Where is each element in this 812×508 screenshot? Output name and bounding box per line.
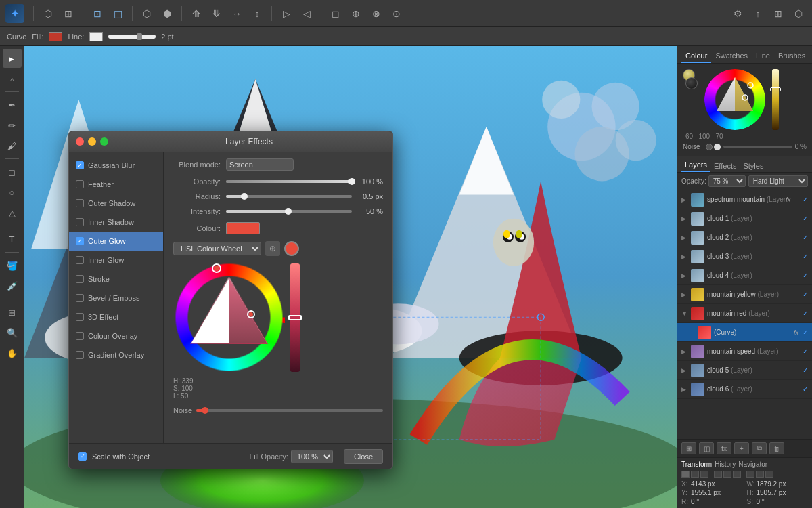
hsl-colour-wheel[interactable] <box>173 261 285 373</box>
effect-item-feather[interactable]: Feather <box>69 175 163 194</box>
layer-item-cloud-5[interactable]: ▶ cloud 5 (Layer) ✓ <box>677 361 812 380</box>
panel-noise-track[interactable] <box>723 146 792 148</box>
noise-slider-track[interactable] <box>196 409 383 412</box>
tab-layers[interactable]: Layers <box>681 158 710 172</box>
layer-check-cloud-3[interactable]: ✓ <box>803 253 808 260</box>
transform-anchor-tc[interactable] <box>691 471 699 478</box>
layer-item-spectrum-mountain[interactable]: ▶ spectrum mountain (Layerfx ✓ <box>677 190 812 209</box>
layer-expand-mountain-yellow[interactable]: ▶ <box>681 291 688 298</box>
transform-y-value[interactable]: 1555.1 px <box>691 489 721 496</box>
tab-styles[interactable]: Styles <box>740 160 767 172</box>
tool-triangle[interactable]: △ <box>3 203 22 222</box>
hsl-type-select[interactable]: HSL Colour Wheel RGB Sliders HSB Sliders <box>173 242 261 255</box>
transform-anchor-bl[interactable] <box>746 471 754 478</box>
layer-check-mountain-yellow[interactable]: ✓ <box>803 291 808 298</box>
tool-zoom[interactable]: 🔍 <box>3 323 22 342</box>
transform-anchor-ml[interactable] <box>714 471 722 478</box>
dialog-close-btn[interactable] <box>76 137 84 146</box>
radius-slider-track[interactable] <box>226 195 352 198</box>
effect-item-outer-glow[interactable]: ✓ Outer Glow <box>69 232 163 251</box>
intensity-thumb[interactable] <box>285 208 292 215</box>
dialog-maximize-btn[interactable] <box>100 137 108 146</box>
toolbar-arrange1[interactable]: ⬡ <box>139 5 155 22</box>
layer-item-mountain-red[interactable]: ▼ mountain red (Layer) ✓ <box>677 304 812 323</box>
tab-navigator[interactable]: Navigator <box>738 461 767 468</box>
toolbar-import[interactable]: ◁ <box>298 5 315 22</box>
effect-checkbox-gradient-overlay[interactable] <box>76 351 84 359</box>
layer-expand-cloud-3[interactable]: ▶ <box>681 253 688 260</box>
tab-swatches[interactable]: Swatches <box>711 49 752 63</box>
eyedropper-button[interactable]: ⊕ <box>265 241 280 256</box>
layer-item-cloud-4[interactable]: ▶ cloud 4 (Layer) ✓ <box>677 266 812 285</box>
toolbar-path4[interactable]: ⊙ <box>388 5 405 22</box>
toolbar-path3[interactable]: ⊗ <box>368 5 384 22</box>
opacity-thumb[interactable] <box>348 178 355 185</box>
layer-group-btn[interactable]: ⊞ <box>681 442 696 454</box>
tool-node[interactable]: ▵ <box>3 69 22 88</box>
tab-colour[interactable]: Colour <box>681 49 711 63</box>
tab-brushes[interactable]: Brushes <box>774 49 809 63</box>
layer-expand-spectrum-mountain[interactable]: ▶ <box>681 196 688 203</box>
toolbar-path2[interactable]: ⊕ <box>348 5 364 22</box>
effect-item-gradient-overlay[interactable]: Gradient Overlay <box>69 345 163 364</box>
toolbar-arrange2[interactable]: ⬢ <box>159 5 175 22</box>
effect-checkbox-3d-effect[interactable] <box>76 313 84 321</box>
layer-item-mountain-speed[interactable]: ▶ mountain speed (Layer) ✓ <box>677 342 812 361</box>
back-colour-circle[interactable] <box>685 77 698 89</box>
lightness-thumb[interactable] <box>288 315 302 320</box>
layer-item-cloud-6[interactable]: ▶ cloud 6 (Layer) ✓ <box>677 380 812 399</box>
layer-check-mountain-speed[interactable]: ✓ <box>803 347 808 355</box>
tab-effects[interactable]: Effects <box>710 160 740 172</box>
radius-thumb[interactable] <box>241 193 248 200</box>
right-lightness-bar[interactable] <box>772 69 779 130</box>
effect-checkbox-feather[interactable] <box>76 180 84 188</box>
colour-swatch[interactable] <box>226 222 260 234</box>
effect-item-colour-overlay[interactable]: Colour Overlay <box>69 326 163 345</box>
tool-brush[interactable]: 🖌 <box>3 136 22 155</box>
line-colour-box[interactable] <box>89 32 103 41</box>
intensity-slider-track[interactable] <box>226 210 352 213</box>
toolbar-settings[interactable]: ⚙ <box>729 5 746 22</box>
layer-item-cloud-3[interactable]: ▶ cloud 3 (Layer) ✓ <box>677 247 812 266</box>
effect-item-outer-shadow[interactable]: Outer Shadow <box>69 194 163 213</box>
layer-check-cloud-6[interactable]: ✓ <box>803 385 808 393</box>
layers-blend-select[interactable]: Hard Light Normal Multiply Screen <box>748 175 808 187</box>
transform-w-value[interactable]: 1879.2 px <box>757 480 786 488</box>
effect-item-inner-shadow[interactable]: Inner Shadow <box>69 213 163 232</box>
toolbar-path1[interactable]: ◻ <box>328 5 344 22</box>
layer-expand-mountain-red[interactable]: ▼ <box>681 310 688 317</box>
transform-r-value[interactable]: 0 ° <box>691 498 699 505</box>
scale-with-object-checkbox[interactable]: ✓ <box>78 452 87 461</box>
blend-mode-select[interactable]: Screen Normal Multiply Overlay <box>226 158 294 171</box>
layer-check-spectrum-mountain[interactable]: ✓ <box>803 196 808 203</box>
effect-checkbox-stroke[interactable] <box>76 275 84 283</box>
transform-anchor-br[interactable] <box>765 471 773 478</box>
right-lightness-thumb[interactable] <box>770 87 781 91</box>
toolbar-grid[interactable]: ⊞ <box>60 5 76 22</box>
layer-expand-cloud-1[interactable]: ▶ <box>681 215 688 222</box>
effect-item-3d-effect[interactable]: 3D Effect <box>69 308 163 326</box>
layer-item-mountain-yellow[interactable]: ▶ mountain yellow (Layer) ✓ <box>677 285 812 304</box>
right-colour-wheel[interactable] <box>704 69 765 130</box>
toolbar-transform[interactable]: ⊡ <box>89 5 106 22</box>
layer-check-cloud-5[interactable]: ✓ <box>803 366 808 374</box>
line-width-slider[interactable] <box>108 35 156 39</box>
layer-add-btn[interactable]: + <box>734 442 749 454</box>
toolbar-view[interactable]: ⊞ <box>770 5 786 22</box>
tool-text[interactable]: T <box>3 230 22 249</box>
transform-anchor-mr[interactable] <box>733 471 741 478</box>
effect-checkbox-gaussian-blur[interactable]: ✓ <box>76 161 84 169</box>
tool-rect[interactable]: ◻ <box>3 163 22 182</box>
lightness-bar[interactable] <box>290 263 300 372</box>
toolbar-align3[interactable]: ↔ <box>229 5 245 22</box>
toolbar-align4[interactable]: ↕ <box>249 5 265 22</box>
layer-check-curve[interactable]: ✓ <box>803 329 808 336</box>
layer-check-cloud-2[interactable]: ✓ <box>803 234 808 241</box>
effect-item-bevel-emboss[interactable]: Bevel / Emboss <box>69 289 163 308</box>
toolbar-publish[interactable]: ↑ <box>750 5 766 22</box>
tab-transform[interactable]: Transform <box>681 461 712 468</box>
layer-check-cloud-4[interactable]: ✓ <box>803 272 808 279</box>
layer-item-curve[interactable]: (Curve) fx ✓ <box>677 323 812 342</box>
fill-colour-box[interactable] <box>49 32 62 41</box>
tool-eyedropper[interactable]: 💉 <box>3 276 22 295</box>
